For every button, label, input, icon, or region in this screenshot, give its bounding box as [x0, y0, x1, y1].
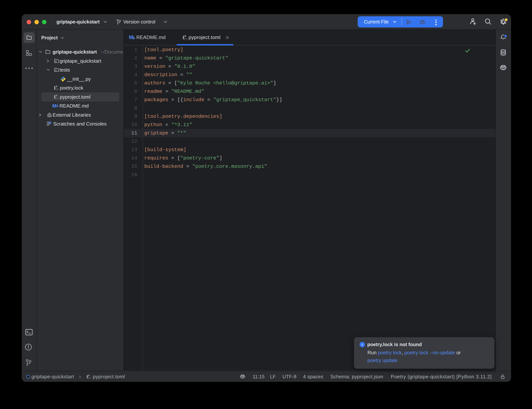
svg-text:[T]: [T]	[55, 88, 58, 91]
svg-text:[T]: [T]	[184, 38, 187, 40]
svg-text:[T]: [T]	[88, 377, 91, 379]
svg-text:[T]: [T]	[55, 97, 58, 100]
